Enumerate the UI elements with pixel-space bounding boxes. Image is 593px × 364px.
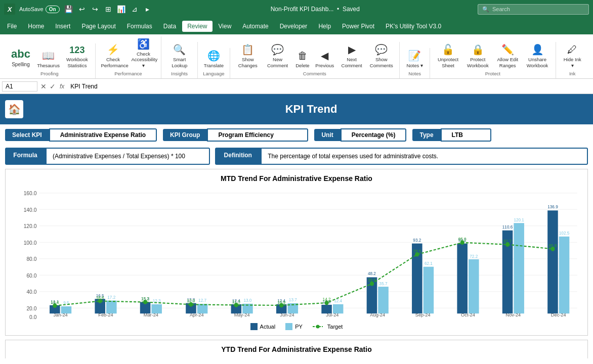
bar-py-oct bbox=[469, 259, 479, 313]
select-kpi-value[interactable]: Administrative Expense Ratio bbox=[49, 128, 157, 142]
search-icon: 🔍 bbox=[482, 6, 489, 13]
svg-text:136.9: 136.9 bbox=[547, 204, 558, 209]
svg-text:Nov-24: Nov-24 bbox=[505, 312, 521, 317]
menu-data[interactable]: Data bbox=[158, 21, 181, 32]
menu-page-layout[interactable]: Page Layout bbox=[76, 21, 120, 32]
ytd-chart-title: YTD Trend For Administrative Expense Rat… bbox=[5, 340, 588, 358]
unshare-workbook-button[interactable]: 👤 Unshare Workbook bbox=[524, 42, 552, 70]
notes-label: Notes bbox=[408, 71, 421, 76]
mtd-chart-container: MTD Trend For Administrative Expense Rat… bbox=[5, 169, 588, 336]
home-icon[interactable]: 🏠 bbox=[5, 100, 23, 118]
svg-text:Aug-24: Aug-24 bbox=[370, 312, 385, 317]
mtd-chart-svg: 160.0 140.0 120.0 100.0 80.0 60.0 40.0 2… bbox=[11, 188, 582, 319]
unit-label: Unit bbox=[314, 129, 340, 141]
svg-text:0.0: 0.0 bbox=[29, 314, 36, 319]
legend-target: Target bbox=[313, 323, 343, 330]
unit-value[interactable]: Percentage (%) bbox=[341, 128, 407, 142]
svg-text:16.6: 16.6 bbox=[96, 295, 104, 300]
protect-workbook-button[interactable]: 🔒 Protect Workbook bbox=[464, 42, 492, 70]
thesaurus-button[interactable]: 📖 Thesaurus bbox=[35, 48, 61, 70]
formula-confirm-icon[interactable]: ✓ bbox=[49, 81, 57, 92]
bar-actual-dec bbox=[547, 210, 558, 313]
undo-icon[interactable]: ↩ bbox=[77, 4, 87, 14]
more-icon[interactable]: ▸ bbox=[143, 4, 153, 14]
allow-edit-ranges-button[interactable]: ✏️ Allow Edit Ranges bbox=[494, 42, 522, 70]
table-icon[interactable]: ⊞ bbox=[103, 4, 113, 14]
type-value[interactable]: LTB bbox=[441, 128, 491, 142]
chart-legend: Actual PY Target bbox=[11, 323, 582, 330]
legend-actual-color bbox=[250, 323, 258, 330]
svg-text:91.7: 91.7 bbox=[503, 239, 512, 244]
delete-comment-button[interactable]: 🗑 Delete bbox=[293, 49, 312, 70]
check-accessibility-button[interactable]: ♿ Check Accessibility ▾ bbox=[129, 36, 157, 70]
menu-developer[interactable]: Developer bbox=[275, 21, 313, 32]
show-changes-button[interactable]: 📋 Show Changes bbox=[234, 42, 262, 70]
type-label: Type bbox=[412, 129, 440, 141]
previous-comment-button[interactable]: ◀ Previous bbox=[314, 48, 336, 70]
next-comment-button[interactable]: ▶ Next Comment bbox=[338, 42, 366, 70]
select-kpi-group: Select KPI Administrative Expense Ratio bbox=[5, 128, 157, 142]
redo-icon[interactable]: ↪ bbox=[90, 4, 100, 14]
search-input[interactable] bbox=[492, 6, 573, 12]
excel-logo: X bbox=[4, 4, 15, 15]
svg-text:35.7: 35.7 bbox=[379, 281, 388, 286]
menu-insert[interactable]: Insert bbox=[50, 21, 75, 32]
insights-label: Insights bbox=[171, 71, 188, 76]
menu-automate[interactable]: Automate bbox=[237, 21, 273, 32]
definition-value: The percentage of total expenses used fo… bbox=[261, 148, 588, 165]
kpi-group-label: KPI Group bbox=[163, 129, 207, 141]
filter-icon[interactable]: ⊿ bbox=[130, 4, 140, 14]
search-box[interactable]: 🔍 bbox=[478, 4, 589, 15]
svg-text:20.0: 20.0 bbox=[26, 305, 36, 311]
svg-text:Sep-24: Sep-24 bbox=[415, 312, 431, 317]
bar-py-dec bbox=[559, 237, 570, 313]
menu-power-pivot[interactable]: Power Pivot bbox=[337, 21, 379, 32]
legend-target-icon bbox=[313, 323, 325, 330]
menu-pk-utility[interactable]: PK's Utility Tool V3.0 bbox=[380, 21, 446, 32]
show-comments-button[interactable]: 💬 Show Comments bbox=[367, 42, 395, 70]
kpi-controls: Select KPI Administrative Expense Ratio … bbox=[0, 124, 593, 146]
check-performance-button[interactable]: ⚡ Check Performance bbox=[99, 42, 127, 70]
bar-py-nov bbox=[514, 223, 524, 313]
menu-file[interactable]: File bbox=[2, 21, 22, 32]
translate-button[interactable]: 🌐 Translate bbox=[202, 48, 226, 70]
menu-formulas[interactable]: Formulas bbox=[122, 21, 157, 32]
svg-text:40.0: 40.0 bbox=[26, 289, 36, 295]
formula-cancel-icon[interactable]: ✕ bbox=[39, 81, 48, 92]
workbook-statistics-button[interactable]: 123 Workbook Statistics bbox=[63, 43, 91, 70]
svg-text:12.4: 12.4 bbox=[334, 298, 342, 303]
svg-text:13.0: 13.0 bbox=[243, 298, 251, 303]
kpi-group-value[interactable]: Program Efficiency bbox=[207, 128, 308, 142]
notes-button[interactable]: 📝 Notes ▾ bbox=[404, 48, 425, 70]
svg-text:11.3: 11.3 bbox=[232, 299, 240, 304]
cell-ref-input[interactable]: A1 bbox=[2, 81, 37, 92]
autosave-toggle[interactable]: On bbox=[46, 6, 60, 13]
ink-label: Ink bbox=[569, 71, 576, 76]
svg-text:120.0: 120.0 bbox=[24, 223, 37, 229]
menu-review[interactable]: Review bbox=[182, 21, 212, 32]
legend-py-label: PY bbox=[295, 324, 303, 330]
svg-text:May-24: May-24 bbox=[234, 312, 250, 317]
bar-py-aug bbox=[378, 287, 389, 313]
smart-lookup-button[interactable]: 🔍 Smart Lookup bbox=[165, 42, 193, 70]
chart-icon[interactable]: 📊 bbox=[116, 4, 126, 14]
ribbon-group-performance: ⚡ Check Performance ♿ Check Accessibilit… bbox=[96, 36, 162, 78]
svg-text:17.2: 17.2 bbox=[107, 295, 115, 300]
menu-view[interactable]: View bbox=[214, 21, 237, 32]
language-label: Language bbox=[203, 71, 224, 76]
new-comment-button[interactable]: 💬 New Comment bbox=[264, 42, 291, 70]
svg-text:Feb-24: Feb-24 bbox=[98, 312, 113, 317]
formula-input[interactable]: KPI Trend bbox=[68, 82, 591, 91]
menu-help[interactable]: Help bbox=[313, 21, 336, 32]
unprotect-sheet-button[interactable]: 🔓 Unprotect Sheet bbox=[434, 42, 462, 70]
formula-label: Formula bbox=[5, 148, 46, 165]
spelling-button[interactable]: abc Spelling bbox=[8, 46, 33, 70]
svg-text:Dec-24: Dec-24 bbox=[551, 312, 566, 317]
svg-text:10.9: 10.9 bbox=[277, 300, 285, 305]
bar-actual-oct bbox=[457, 244, 468, 314]
svg-text:60.0: 60.0 bbox=[26, 272, 36, 279]
legend-target-label: Target bbox=[327, 324, 343, 330]
menu-home[interactable]: Home bbox=[23, 21, 49, 32]
hide-ink-button[interactable]: 🖊 Hide Ink ▾ bbox=[560, 42, 585, 70]
save-icon[interactable]: 💾 bbox=[64, 4, 74, 14]
